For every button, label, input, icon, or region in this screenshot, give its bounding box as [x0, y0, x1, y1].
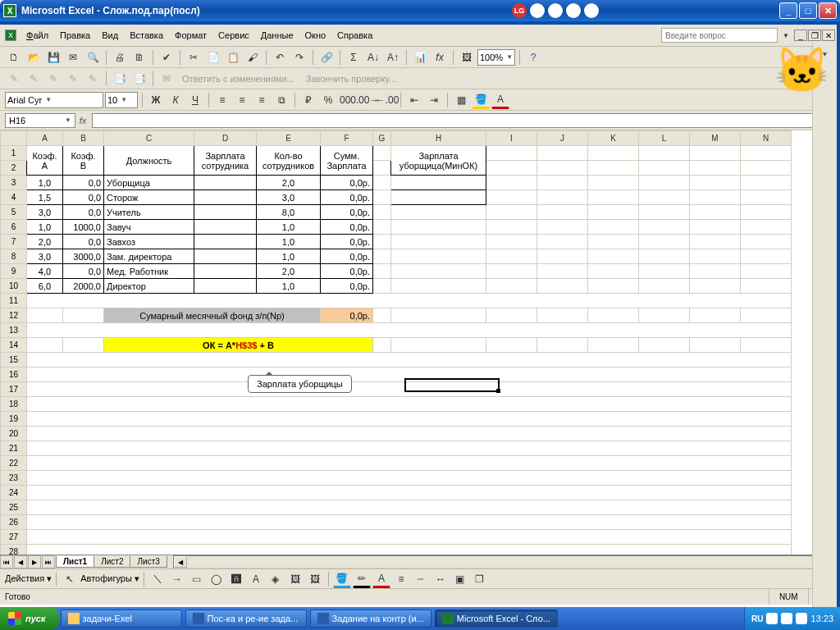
rev-track-icon[interactable]: 📑 [130, 70, 148, 88]
line-style-icon[interactable]: ≡ [392, 570, 410, 588]
borders-icon[interactable]: ▦ [452, 91, 470, 109]
finish-review-button[interactable]: Закончить проверку... [301, 74, 401, 84]
new-icon[interactable]: 🗋 [5, 48, 23, 66]
row-header[interactable]: 19 [1, 412, 27, 427]
row-header[interactable]: 8 [1, 249, 27, 264]
row-header[interactable]: 24 [1, 486, 27, 500]
window-minimize-button[interactable]: _ [779, 2, 797, 19]
row-header[interactable]: 17 [1, 382, 27, 397]
horizontal-scrollbar[interactable]: ◀ ▶ [173, 555, 826, 568]
scroll-left-icon[interactable]: ◀ [174, 556, 187, 568]
drawing-icon[interactable]: 🖼 [458, 48, 476, 66]
menu-edit[interactable]: Правка [55, 29, 95, 42]
print-preview-icon[interactable]: 🗎 [130, 48, 148, 66]
oval-icon[interactable]: ◯ [208, 570, 226, 588]
font-color-icon[interactable]: A [372, 570, 390, 588]
taskbar-item[interactable]: задачи-Exel [61, 609, 182, 628]
tray-icon[interactable] [796, 613, 807, 624]
wordart-icon[interactable]: A [247, 570, 265, 588]
row-header[interactable]: 16 [1, 368, 27, 382]
fx-label-icon[interactable]: fx [75, 116, 90, 126]
cell[interactable]: Кол-восотрудников [257, 146, 321, 176]
cell[interactable]: Коэф.A [27, 146, 63, 176]
search-icon[interactable]: 🔍 [84, 48, 102, 66]
col-header[interactable]: J [537, 131, 588, 146]
tab-next-icon[interactable]: ▶ [28, 555, 41, 568]
summary-val-cell[interactable]: 0,0р. [321, 308, 373, 323]
zoom-combo[interactable]: 100%▼ [477, 49, 515, 66]
col-header[interactable]: B [63, 131, 104, 146]
row-header[interactable]: 1 [1, 146, 27, 161]
row-header[interactable]: 18 [1, 397, 27, 412]
font-name-combo[interactable]: Arial Cyr▼ [5, 92, 103, 108]
cell[interactable]: Зарплатауборщица(МинОК) [391, 146, 486, 176]
col-header[interactable]: I [486, 131, 537, 146]
row-header[interactable]: 14 [1, 338, 27, 353]
name-box[interactable]: H16▼ [5, 113, 75, 128]
tray-icon[interactable] [781, 613, 792, 624]
fill-color-icon[interactable]: 🪣 [472, 91, 490, 109]
rev-icon[interactable]: ✎ [5, 70, 23, 88]
merge-center-icon[interactable]: ⧉ [272, 91, 290, 109]
actions-menu[interactable]: Действия ▾ [5, 573, 52, 584]
reply-changes-button[interactable]: Ответить с изменениями... [177, 74, 299, 84]
summary-label-cell[interactable]: Сумарный месячный фонд з/п(Nр) [104, 308, 321, 323]
cell[interactable]: Сумм.Зарплата [321, 146, 373, 176]
save-icon[interactable]: 💾 [44, 48, 62, 66]
start-button[interactable]: пуск [0, 607, 59, 630]
row-header[interactable]: 22 [1, 456, 27, 471]
select-all-corner[interactable] [1, 131, 27, 146]
col-header[interactable]: L [639, 131, 690, 146]
picture-icon[interactable]: 🖼 [306, 570, 324, 588]
cell[interactable]: Должность [104, 146, 194, 176]
underline-icon[interactable]: Ч [186, 91, 204, 109]
undo-icon[interactable]: ↶ [271, 48, 289, 66]
line-color-icon[interactable]: ✏ [353, 570, 371, 588]
sort-asc-icon[interactable]: A↓ [364, 48, 382, 66]
taskbar-item[interactable]: Пос-ка и ре-ие зада... [185, 609, 307, 628]
line-icon[interactable]: ＼ [148, 570, 167, 588]
menu-view[interactable]: Вид [97, 29, 123, 42]
row-header[interactable]: 15 [1, 353, 27, 368]
row-header[interactable]: 4 [1, 190, 27, 205]
tab-last-icon[interactable]: ⏭ [42, 555, 55, 568]
col-header[interactable]: E [257, 131, 321, 146]
col-header[interactable]: G [373, 131, 391, 146]
rev-icon[interactable]: ✎ [44, 70, 62, 88]
clipart-icon[interactable]: 🖼 [286, 570, 304, 588]
tray-icon[interactable] [766, 613, 778, 624]
row-header[interactable]: 10 [1, 279, 27, 294]
spellcheck-icon[interactable]: ✔ [158, 48, 176, 66]
align-right-icon[interactable]: ≡ [253, 91, 271, 109]
row-header[interactable]: 12 [1, 308, 27, 323]
helpbox-dropdown-icon[interactable]: ▼ [781, 26, 791, 44]
bold-icon[interactable]: Ж [147, 91, 165, 109]
rev-icon[interactable]: ✎ [25, 70, 43, 88]
redo-icon[interactable]: ↷ [290, 48, 308, 66]
copy-icon[interactable]: 📄 [204, 48, 222, 66]
window-close-button[interactable]: ✕ [819, 2, 837, 19]
col-header[interactable]: M [690, 131, 741, 146]
row-header[interactable]: 5 [1, 205, 27, 220]
row-header[interactable]: 9 [1, 264, 27, 279]
italic-icon[interactable]: К [167, 91, 185, 109]
doc-minimize-button[interactable]: _ [794, 30, 807, 41]
sheet-tab-3[interactable]: Лист3 [130, 556, 167, 568]
shadow-icon[interactable]: ▣ [451, 570, 469, 588]
rect-icon[interactable]: ▭ [188, 570, 206, 588]
chart-wizard-icon[interactable]: 📊 [411, 48, 429, 66]
col-header[interactable]: K [588, 131, 639, 146]
currency-icon[interactable]: ₽ [299, 91, 317, 109]
taskbar-item-active[interactable]: Microsoft Excel - Сло... [435, 609, 558, 628]
menu-tools[interactable]: Сервис [213, 29, 254, 42]
comment-callout[interactable]: Зарплата уборщицы [248, 375, 352, 393]
row-header[interactable]: 28 [1, 545, 27, 555]
font-color-icon[interactable]: A [491, 91, 509, 109]
clock[interactable]: 13:23 [810, 614, 833, 623]
formula-bar[interactable] [92, 113, 835, 128]
cell[interactable]: Коэф.B [63, 146, 104, 176]
row-header[interactable]: 3 [1, 176, 27, 190]
grid[interactable]: A B C D E F G H I J K L M N 1 Коэф.A Коэ… [0, 130, 792, 555]
col-header[interactable]: F [321, 131, 373, 146]
row-header[interactable]: 23 [1, 471, 27, 486]
